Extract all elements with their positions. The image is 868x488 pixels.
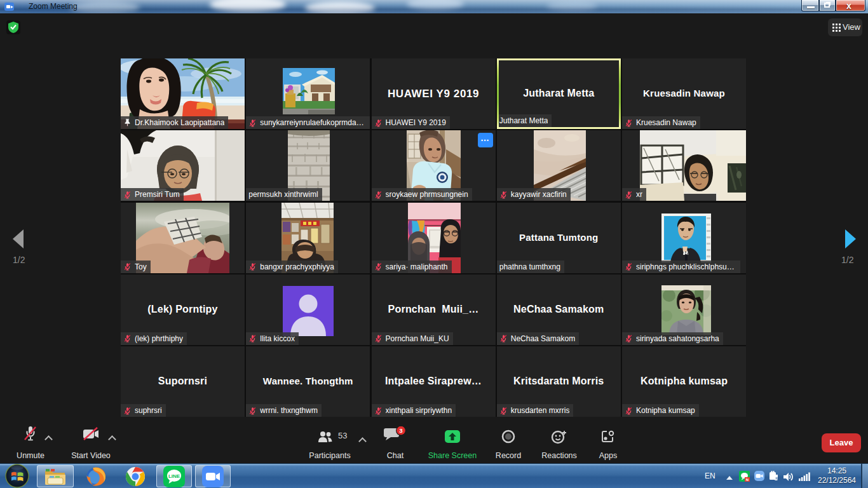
svg-text:LINE: LINE bbox=[168, 473, 180, 479]
svg-text:3: 3 bbox=[399, 427, 402, 434]
svg-text:N: N bbox=[746, 478, 749, 482]
